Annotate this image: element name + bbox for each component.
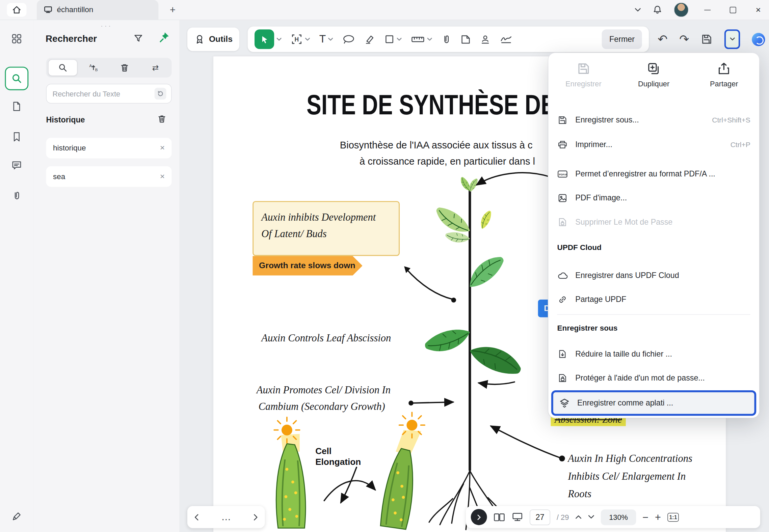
pages-panel-icon[interactable]: [11, 101, 22, 112]
menu-item-save-to-cloud[interactable]: Enregistrer dans UPDF Cloud: [548, 265, 759, 286]
user-avatar[interactable]: [674, 2, 689, 17]
monitor-icon: [44, 6, 52, 13]
menu-item-label: Réduire la taille du fichier ...: [575, 349, 672, 358]
highlighter-tool-button[interactable]: [365, 34, 375, 45]
clear-history-icon[interactable]: [157, 114, 167, 123]
history-title: Historique: [46, 116, 85, 124]
close-button[interactable]: ×: [751, 3, 765, 17]
filter-funnel-icon[interactable]: [133, 33, 143, 43]
svg-text:B: B: [95, 67, 98, 72]
stamp-tool-button[interactable]: [480, 34, 491, 45]
replace-button[interactable]: ⇄: [141, 60, 169, 76]
sort-az-button[interactable]: AB: [80, 60, 108, 76]
cursor-icon: [260, 34, 269, 44]
menu-item-updf-share[interactable]: Partage UPDF: [548, 289, 759, 310]
menu-item-protect-password[interactable]: Protéger à l'aide d'un mot de passe...: [548, 367, 759, 389]
delete-results-button[interactable]: [110, 60, 139, 76]
menu-action-duplicate[interactable]: Dupliquer: [618, 62, 689, 88]
titlebar-chevron-down-icon[interactable]: [635, 8, 641, 12]
next-page-chevron-button[interactable]: [588, 515, 594, 519]
comment-tool-button[interactable]: [343, 34, 355, 44]
menu-item-shortcut: Ctrl+Shift+S: [712, 116, 750, 124]
menu-action-save: Enregistrer: [548, 62, 618, 88]
crop-tool-button[interactable]: H: [291, 33, 303, 45]
menu-item-save-as[interactable]: Enregistrer sous... Ctrl+Shift+S: [548, 109, 759, 131]
menu-item-shortcut: Ctrl+P: [731, 141, 750, 148]
zoom-level[interactable]: 130%: [601, 509, 636, 525]
attachments-panel-icon[interactable]: [12, 190, 22, 201]
reading-mode-button[interactable]: [511, 512, 523, 522]
search-input[interactable]: [52, 89, 155, 99]
note-roots-line2: Inhibits Cel/ Enlargement In: [568, 470, 686, 482]
signature-tool-button[interactable]: [500, 34, 513, 44]
undo-button[interactable]: ↶: [658, 33, 667, 45]
prev-page-button[interactable]: [194, 514, 198, 521]
svg-text:A: A: [89, 63, 92, 68]
note-roots-line1: Auxin In High Concentrations: [568, 453, 692, 465]
menu-divider: [557, 314, 750, 315]
maximize-icon: [730, 7, 736, 13]
menu-action-share[interactable]: Partager: [689, 62, 759, 88]
trash-icon: [120, 63, 129, 72]
previous-page-chevron-button[interactable]: [575, 515, 582, 519]
next-page-button[interactable]: [254, 514, 258, 521]
remove-history-icon[interactable]: ×: [160, 143, 165, 153]
zoom-in-button[interactable]: +: [655, 512, 661, 522]
history-item[interactable]: historique ×: [46, 138, 172, 158]
save-as-icon: [557, 115, 568, 125]
pen-tool-icon[interactable]: [11, 511, 22, 522]
attach-file-tool-button[interactable]: [442, 34, 451, 45]
text-search-mode-button[interactable]: [48, 59, 77, 76]
note-cambium-line1: Auxin Promotes Cel/ Division In: [257, 384, 391, 396]
remove-history-icon[interactable]: ×: [160, 172, 165, 181]
menu-item-pdf-image[interactable]: PDF d'image...: [548, 187, 759, 209]
annotation-callout[interactable]: Auxin inhibits Development Of Latent/ Bu…: [253, 201, 400, 256]
search-reset-icon[interactable]: [155, 88, 166, 100]
maximize-button[interactable]: [726, 3, 740, 17]
close-tools-button[interactable]: Fermer: [602, 29, 642, 49]
panel-drag-handle[interactable]: ···: [33, 22, 180, 30]
duplicate-icon: [647, 62, 661, 76]
shape-tool-chevron-icon[interactable]: [397, 37, 402, 41]
save-button[interactable]: [701, 33, 713, 45]
callout-tag[interactable]: Growth rate slows down: [253, 256, 362, 276]
home-button[interactable]: [7, 3, 26, 17]
menu-item-pdfa[interactable]: PDF/A Permet d’enregistrer au format PDF…: [548, 163, 759, 185]
notifications-bell-icon[interactable]: [653, 5, 662, 15]
page-layout-button[interactable]: [494, 513, 505, 522]
menu-item-save-flattened[interactable]: Enregistrer comme aplati ...: [551, 390, 756, 416]
new-tab-button[interactable]: +: [166, 3, 180, 17]
view-controls-pill: 27 / 29 130% − + 1:1: [466, 506, 760, 528]
search-tool-active[interactable]: [5, 67, 29, 90]
select-tool-chevron-icon[interactable]: [276, 37, 282, 41]
zoom-out-button[interactable]: −: [642, 512, 648, 522]
apps-grid-icon[interactable]: [11, 33, 22, 44]
bookmark-panel-icon[interactable]: [12, 132, 22, 142]
ai-assistant-icon[interactable]: [752, 33, 765, 46]
text-tool-chevron-icon[interactable]: [328, 37, 334, 41]
comments-panel-icon[interactable]: [11, 160, 22, 171]
expand-controls-button[interactable]: [471, 509, 487, 525]
redo-button[interactable]: ↷: [679, 33, 689, 45]
document-tab[interactable]: échantillon: [37, 0, 158, 20]
shape-tool-button[interactable]: [385, 34, 395, 44]
text-tool-button[interactable]: T: [319, 34, 326, 45]
sticker-tool-button[interactable]: [461, 34, 471, 45]
actual-size-button[interactable]: 1:1: [667, 513, 679, 522]
page-number-input[interactable]: 27: [530, 509, 550, 525]
minimize-button[interactable]: [700, 3, 714, 17]
history-item[interactable]: sea ×: [46, 166, 172, 187]
measure-tool-button[interactable]: [411, 35, 425, 43]
select-tool-button[interactable]: [255, 29, 274, 49]
crop-tool-chevron-icon[interactable]: [305, 37, 310, 41]
note-cell-elongation: Cell Elongation: [315, 446, 361, 467]
more-pages-button[interactable]: …: [221, 511, 231, 523]
save-dropdown-button[interactable]: [724, 29, 740, 49]
tools-button[interactable]: Outils: [187, 27, 239, 51]
measure-tool-chevron-icon[interactable]: [427, 37, 432, 41]
page-nav-pill: …: [187, 506, 265, 528]
history-item-label: sea: [53, 172, 65, 181]
menu-item-reduce-size[interactable]: Réduire la taille du fichier ...: [548, 343, 759, 365]
menu-item-print[interactable]: Imprimer... Ctrl+P: [548, 134, 759, 156]
pin-icon[interactable]: [159, 31, 170, 43]
